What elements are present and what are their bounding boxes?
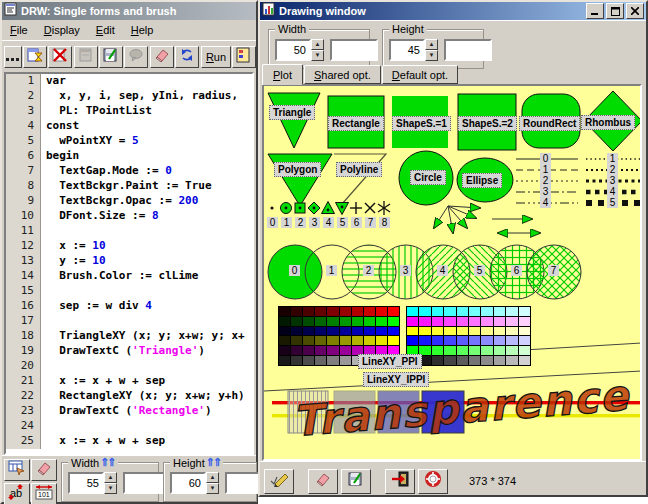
palette-cell <box>481 317 492 326</box>
code-line[interactable]: 13 y := 10 <box>6 254 252 269</box>
code-line[interactable]: 12 x := 10 <box>6 239 252 254</box>
height-spin-down[interactable]: ▼ <box>206 483 219 494</box>
erase-button-2[interactable] <box>31 459 57 481</box>
palette-cell <box>419 327 430 336</box>
code-line[interactable]: 3 PL: TPointList <box>6 104 252 119</box>
abort-button[interactable] <box>48 46 72 68</box>
tab-default-opt[interactable]: Default opt. <box>382 65 458 84</box>
menu-file[interactable]: File <box>10 24 28 37</box>
editor-height-group: Height ⇑⇑ ▲ ▼ <box>163 462 257 502</box>
height-spin-up[interactable]: ▲ <box>206 472 219 483</box>
erase-button[interactable] <box>150 46 174 68</box>
code-line[interactable]: 25 x := x + w + sep <box>6 434 252 449</box>
canvas-height-spin-down[interactable]: ▼ <box>425 50 438 61</box>
palette-cell <box>352 317 363 326</box>
palette-cell <box>388 307 399 316</box>
code-line[interactable]: 10 DFont.Size := 8 <box>6 209 252 224</box>
right-titlebar[interactable]: Drawing window <box>260 2 646 20</box>
width-spin-up[interactable]: ▲ <box>104 472 117 483</box>
code-line[interactable]: 19 DrawTextC ('Triangle') <box>6 344 252 359</box>
input-form-button[interactable] <box>4 459 30 481</box>
menu-display[interactable]: Display <box>44 24 80 37</box>
text-size-button[interactable]: ab <box>4 483 30 504</box>
code-line[interactable]: 7 TextGap.Mode := 0 <box>6 164 252 179</box>
code-line[interactable]: 1var <box>6 74 252 89</box>
help-button[interactable] <box>418 469 448 494</box>
exit-button[interactable] <box>385 469 415 494</box>
palette-cell <box>432 336 443 345</box>
compile-button[interactable] <box>23 46 47 68</box>
code-line[interactable]: 18 TriangleXY (x; y; x+w; y; x+ <box>6 329 252 344</box>
editor-width-input[interactable] <box>68 472 104 494</box>
code-line[interactable]: 5 wPointXY = 5 <box>6 134 252 149</box>
width-label: Width <box>278 23 306 35</box>
canvas-height-input[interactable] <box>389 39 425 61</box>
code-line[interactable]: 8 TextBckgr.Paint := True <box>6 179 252 194</box>
canvas-width-input[interactable] <box>275 39 311 61</box>
palette-cell <box>457 356 468 365</box>
draw-button[interactable] <box>264 469 294 494</box>
code-line[interactable]: 22 RectangleXY (x; y; x+w; y+h) <box>6 389 252 404</box>
palette-cell <box>376 317 387 326</box>
comment-button[interactable] <box>124 46 148 68</box>
width-spin-down[interactable]: ▼ <box>104 483 117 494</box>
editor-height-input[interactable] <box>170 472 206 494</box>
canvas-height-extra-input[interactable] <box>444 39 492 61</box>
palette-cell <box>340 356 351 365</box>
canvas-width-extra-input[interactable] <box>330 39 378 61</box>
palette-cell <box>444 356 455 365</box>
options-dots-button[interactable] <box>4 46 22 68</box>
code-line[interactable]: 20 <box>6 359 252 374</box>
canvas-label-shape_labels-2: ShapeS.=1 <box>392 116 451 131</box>
run-button[interactable]: Run <box>201 46 231 68</box>
save-floppy-icon <box>103 47 119 67</box>
palette-cell <box>432 327 443 336</box>
code-line[interactable]: 14 Brush.Color := clLime <box>6 269 252 284</box>
palette-cell <box>279 356 290 365</box>
code-line[interactable]: 4const <box>6 119 252 134</box>
number-format-button[interactable]: 101 <box>31 483 57 504</box>
editor-width-group: Width ⇑⇑ ▲ ▼ <box>61 462 159 502</box>
code-line[interactable]: 24 <box>6 419 252 434</box>
clipped-toolbar-button[interactable] <box>232 46 256 68</box>
close-button[interactable] <box>626 3 644 19</box>
code-line[interactable]: 16 sep := w div 4 <box>6 299 252 314</box>
canvas-height-spin-up[interactable]: ▲ <box>425 39 438 50</box>
code-line[interactable]: 15 <box>6 284 252 299</box>
canvas-width-spin-down[interactable]: ▼ <box>311 50 324 61</box>
code-line[interactable]: 11 <box>6 224 252 239</box>
canvas-label-line_style_numbers-0: 0 <box>540 153 551 164</box>
tab-plot[interactable]: Plot <box>262 64 303 85</box>
palette-cell <box>303 307 314 316</box>
minimize-button[interactable] <box>586 3 604 19</box>
tab-shared-opt[interactable]: Shared opt. <box>304 65 381 84</box>
save-image-button[interactable] <box>341 469 371 494</box>
eraser-icon <box>154 47 170 67</box>
save-button[interactable] <box>99 46 123 68</box>
code-editor[interactable]: 1var2 x, y, i, sep, yIni, radius,3 PL: T… <box>4 72 254 455</box>
palette-cell <box>303 327 314 336</box>
canvas-label-shape_labels-8: Circle <box>410 170 446 185</box>
menu-help[interactable]: Help <box>131 24 154 37</box>
canvas-width-spin-up[interactable]: ▲ <box>311 39 324 50</box>
line-number: 25 <box>6 434 41 449</box>
code-line[interactable]: 17 <box>6 314 252 329</box>
maximize-button[interactable] <box>606 3 624 19</box>
code-line[interactable]: 6begin <box>6 149 252 164</box>
palette-cell <box>506 327 517 336</box>
code-line[interactable]: 2 x, y, i, sep, yIni, radius, <box>6 89 252 104</box>
left-titlebar[interactable]: DRW: Single forms and brush <box>2 2 256 20</box>
up-arrows-icon: ⇑⇑ <box>100 456 114 469</box>
menu-edit[interactable]: Edit <box>96 24 115 37</box>
refresh-arrows-icon <box>179 47 195 67</box>
clear-canvas-button[interactable] <box>308 469 338 494</box>
form-button[interactable] <box>74 46 98 68</box>
palette-cell <box>444 346 455 355</box>
code-line[interactable]: 9 TextBckgr.Opac := 200 <box>6 194 252 209</box>
code-line[interactable]: 23 DrawTextC ('Rectangle') <box>6 404 252 419</box>
line-number: 7 <box>6 164 41 179</box>
refresh-button[interactable] <box>175 46 199 68</box>
palette-cell <box>469 307 480 316</box>
tabbar: Plot Shared opt. Default opt. <box>260 62 646 84</box>
code-line[interactable]: 21 x := x + w + sep <box>6 374 252 389</box>
